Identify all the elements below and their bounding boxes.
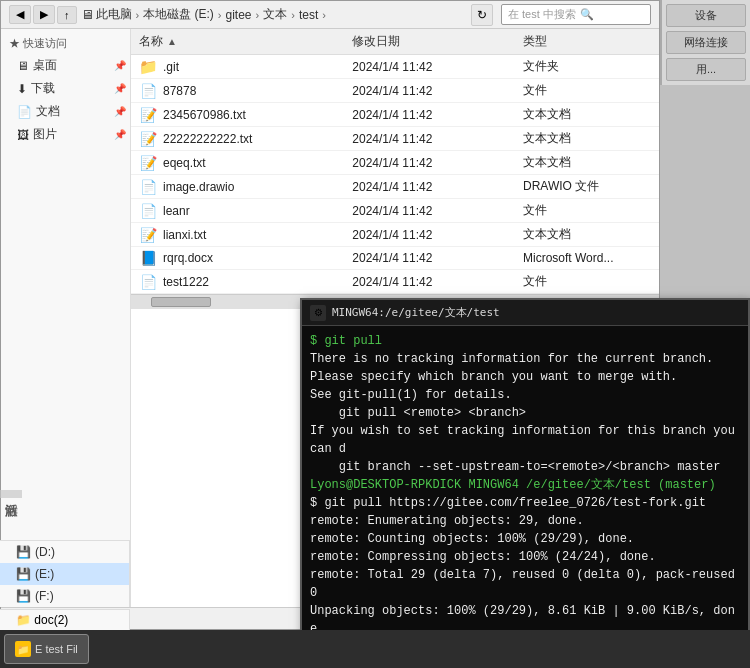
back-button[interactable]: ◀ [9, 5, 31, 24]
bottom-nav-doc[interactable]: 📁 doc(2) [0, 609, 130, 630]
breadcrumb-gitee[interactable]: gitee [226, 8, 252, 22]
breadcrumb-wenben[interactable]: 文本 [263, 6, 287, 23]
nav-item-desktop[interactable]: 🖥 桌面 📌 [1, 54, 130, 77]
drive-d-icon: 💾 [16, 545, 31, 559]
nav-item-downloads[interactable]: ⬇ 下载 📌 [1, 77, 130, 100]
sort-arrow-icon: ▲ [167, 36, 177, 47]
file-icon: 📝 [139, 155, 157, 171]
file-date-cell: 2024/1/4 11:42 [352, 156, 523, 170]
file-row[interactable]: 📄 image.drawio 2024/1/4 11:42 DRAWIO 文件 [131, 175, 659, 199]
file-type-cell: 文件 [523, 273, 651, 290]
file-date-cell: 2024/1/4 11:42 [352, 204, 523, 218]
taskbar-folder-icon: 📁 [15, 641, 31, 657]
pin-icon-2: 📌 [114, 83, 126, 94]
file-type-cell: 文件 [523, 82, 651, 99]
left-nav-panel: ★ 快速访问 🖥 桌面 📌 ⬇ 下载 📌 📄 文档 📌 🖼 图片 📌 [1, 29, 131, 607]
network-button[interactable]: 网络连接 [666, 31, 746, 54]
terminal-line: Lyons@DESKTOP-RPKDICK MINGW64 /e/gitee/文… [310, 476, 740, 494]
device-button[interactable]: 设备 [666, 4, 746, 27]
breadcrumb-test[interactable]: test [299, 8, 318, 22]
drive-f-icon: 💾 [16, 589, 31, 603]
terminal-title: MINGW64:/e/gitee/文本/test [332, 305, 500, 320]
breadcrumb-this-pc[interactable]: 🖥 此电脑 [81, 6, 132, 23]
file-type-cell: 文本文档 [523, 226, 651, 243]
col-type-header[interactable]: 类型 [523, 33, 651, 50]
nav-item-pics[interactable]: 🖼 图片 📌 [1, 123, 130, 146]
breadcrumb: 🖥 此电脑 › 本地磁盘 (E:) › gitee › 文本 › test › [81, 6, 468, 23]
scroll-thumb[interactable] [151, 297, 211, 307]
file-name-cell: 📝 22222222222.txt [139, 131, 352, 147]
right-panel: 设备 网络连接 用... [660, 0, 750, 85]
file-name: 22222222222.txt [163, 132, 252, 146]
activation-text: 解激活 [0, 490, 22, 498]
search-bar: 在 test 中搜索 🔍 [501, 4, 651, 25]
drive-e[interactable]: 💾 (E:) [0, 563, 129, 585]
terminal-line: There is no tracking information for the… [310, 350, 740, 368]
file-name: rqrq.docx [163, 251, 213, 265]
drive-f[interactable]: 💾 (F:) [0, 585, 129, 607]
nav-item-docs[interactable]: 📄 文档 📌 [1, 100, 130, 123]
file-type-cell: 文本文档 [523, 130, 651, 147]
breadcrumb-sep-1: › [136, 9, 140, 21]
file-name-cell: 📝 lianxi.txt [139, 227, 352, 243]
file-name-cell: 📄 leanr [139, 203, 352, 219]
file-row[interactable]: 📄 leanr 2024/1/4 11:42 文件 [131, 199, 659, 223]
file-rows-container: 📁 .git 2024/1/4 11:42 文件夹 📄 87878 2024/1… [131, 55, 659, 294]
file-date-cell: 2024/1/4 11:42 [352, 108, 523, 122]
file-row[interactable]: 📝 22222222222.txt 2024/1/4 11:42 文本文档 [131, 127, 659, 151]
drive-d[interactable]: 💾 (D:) [0, 541, 129, 563]
file-row[interactable]: 📝 2345670986.txt 2024/1/4 11:42 文本文档 [131, 103, 659, 127]
file-name-cell: 📄 test1222 [139, 274, 352, 290]
breadcrumb-drive[interactable]: 本地磁盘 (E:) [143, 6, 214, 23]
drive-e-icon: 💾 [16, 567, 31, 581]
file-row[interactable]: 📝 lianxi.txt 2024/1/4 11:42 文本文档 [131, 223, 659, 247]
file-row[interactable]: 📝 eqeq.txt 2024/1/4 11:42 文本文档 [131, 151, 659, 175]
breadcrumb-sep-2: › [218, 9, 222, 21]
file-icon: 📝 [139, 131, 157, 147]
file-icon: 📄 [139, 274, 157, 290]
pics-icon: 🖼 [17, 128, 29, 142]
file-date-cell: 2024/1/4 11:42 [352, 84, 523, 98]
terminal-icon: ⚙ [310, 305, 326, 321]
file-name: 87878 [163, 84, 196, 98]
file-row[interactable]: 📄 test1222 2024/1/4 11:42 文件 [131, 270, 659, 294]
file-row[interactable]: 📁 .git 2024/1/4 11:42 文件夹 [131, 55, 659, 79]
up-button[interactable]: ↑ [57, 6, 77, 24]
file-date-cell: 2024/1/4 11:42 [352, 180, 523, 194]
file-date-cell: 2024/1/4 11:42 [352, 132, 523, 146]
file-name-cell: 📁 .git [139, 59, 352, 75]
file-date-cell: 2024/1/4 11:42 [352, 275, 523, 289]
file-name-cell: 📄 image.drawio [139, 179, 352, 195]
file-type-cell: 文件 [523, 202, 651, 219]
file-name: lianxi.txt [163, 228, 206, 242]
file-name: leanr [163, 204, 190, 218]
file-name: 2345670986.txt [163, 108, 246, 122]
file-type-cell: 文本文档 [523, 106, 651, 123]
refresh-button[interactable]: ↻ [471, 4, 493, 26]
docs-icon: 📄 [17, 105, 32, 119]
file-date-cell: 2024/1/4 11:42 [352, 228, 523, 242]
nav-item-quick-access[interactable]: ★ 快速访问 [1, 33, 130, 54]
file-type-cell: Microsoft Word... [523, 251, 651, 265]
terminal-line: $ git pull [310, 332, 740, 350]
search-icon[interactable]: 🔍 [580, 8, 594, 21]
file-name: image.drawio [163, 180, 234, 194]
terminal-titlebar: ⚙ MINGW64:/e/gitee/文本/test [302, 300, 748, 326]
file-row[interactable]: 📄 87878 2024/1/4 11:42 文件 [131, 79, 659, 103]
file-type-cell: 文件夹 [523, 58, 651, 75]
forward-button[interactable]: ▶ [33, 5, 55, 24]
file-name: .git [163, 60, 179, 74]
file-type-cell: 文本文档 [523, 154, 651, 171]
file-name-cell: 📝 2345670986.txt [139, 107, 352, 123]
taskbar-explorer-item[interactable]: 📁 E test Fil [4, 634, 89, 664]
file-row[interactable]: 📘 rqrq.docx 2024/1/4 11:42 Microsoft Wor… [131, 247, 659, 270]
file-name-cell: 📝 eqeq.txt [139, 155, 352, 171]
breadcrumb-sep-4: › [291, 9, 295, 21]
col-date-header[interactable]: 修改日期 [352, 33, 523, 50]
col-name-header[interactable]: 名称 ▲ [139, 33, 352, 50]
terminal-body[interactable]: $ git pullThere is no tracking informati… [302, 326, 748, 666]
file-icon: 📄 [139, 179, 157, 195]
more-button[interactable]: 用... [666, 58, 746, 81]
terminal-line: remote: Total 29 (delta 7), reused 0 (de… [310, 566, 740, 602]
explorer-titlebar: ◀ ▶ ↑ 🖥 此电脑 › 本地磁盘 (E:) › gitee › 文本 › [1, 1, 659, 29]
